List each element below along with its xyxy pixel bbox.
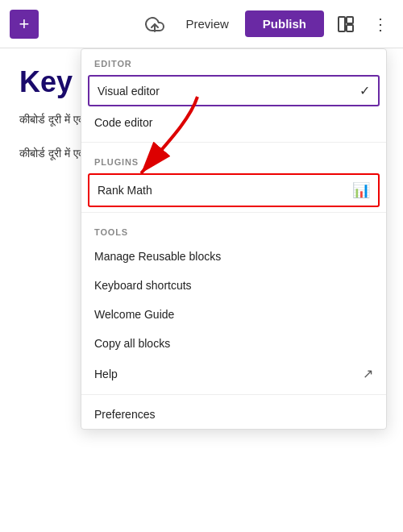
add-icon: + (19, 15, 30, 33)
tools-section-label: TOOLS (81, 218, 386, 242)
svg-rect-1 (339, 17, 345, 31)
rank-math-icon: 📊 (352, 181, 370, 199)
plugins-section-label: PLUGINS (81, 148, 386, 172)
editor-section-label: EDITOR (81, 49, 386, 73)
divider-2 (81, 212, 386, 213)
toolbar: + Preview Publish ⋮ (0, 0, 403, 48)
visual-editor-item[interactable]: Visual editor ✓ (88, 75, 380, 106)
divider-1 (81, 142, 386, 143)
copy-all-blocks-item[interactable]: Copy all blocks (81, 329, 386, 358)
help-label: Help (94, 368, 118, 380)
divider-3 (81, 394, 386, 395)
main-content: Key कीबोर्ड दूरी में एक लि आपका ब्ल तीन … (0, 48, 403, 532)
manage-reusable-item[interactable]: Manage Reusable blocks (81, 242, 386, 271)
add-button[interactable]: + (10, 10, 39, 39)
checkmark-icon: ✓ (359, 83, 370, 98)
keyboard-shortcuts-item[interactable]: Keyboard shortcuts (81, 271, 386, 300)
preferences-item[interactable]: Preferences (81, 400, 386, 429)
keyboard-shortcuts-label: Keyboard shortcuts (94, 279, 192, 292)
layout-icon (337, 15, 355, 33)
visual-editor-label: Visual editor (98, 85, 160, 98)
more-options-button[interactable]: ⋮ (368, 10, 393, 39)
external-link-icon: ↗ (363, 366, 373, 381)
rank-math-label: Rank Math (98, 184, 152, 197)
copy-all-blocks-label: Copy all blocks (94, 337, 170, 350)
cloud-icon (145, 15, 164, 34)
preview-button[interactable]: Preview (177, 12, 236, 35)
svg-rect-3 (347, 25, 353, 31)
cloud-save-button[interactable] (140, 10, 169, 39)
layout-toggle-button[interactable] (332, 10, 359, 38)
publish-button[interactable]: Publish (245, 10, 324, 37)
preferences-label: Preferences (94, 408, 155, 421)
code-editor-item[interactable]: Code editor (81, 108, 386, 137)
welcome-guide-item[interactable]: Welcome Guide (81, 300, 386, 329)
welcome-guide-label: Welcome Guide (94, 308, 174, 321)
rank-math-item[interactable]: Rank Math 📊 (88, 173, 380, 207)
code-editor-label: Code editor (94, 116, 152, 129)
help-item[interactable]: Help ↗ (81, 358, 386, 389)
dropdown-menu: EDITOR Visual editor ✓ Code editor PLUGI… (81, 48, 387, 430)
manage-reusable-label: Manage Reusable blocks (94, 250, 221, 263)
svg-rect-2 (347, 17, 353, 23)
